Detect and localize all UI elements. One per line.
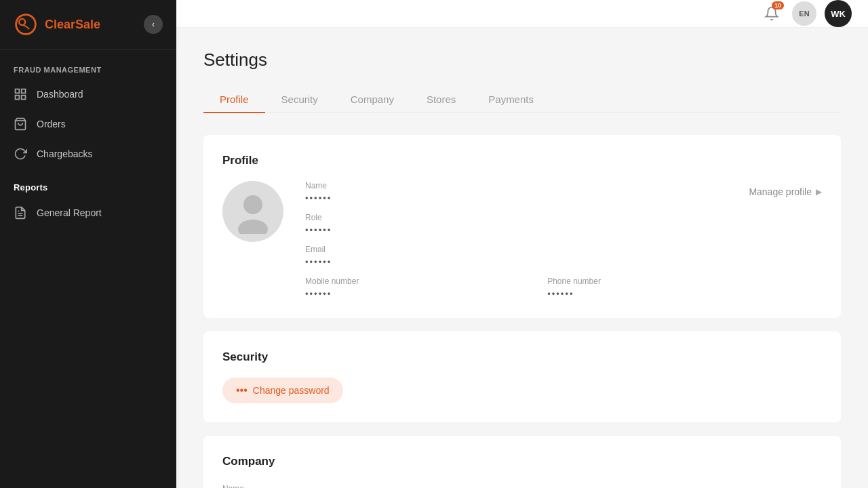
name-value: •••••• [305, 193, 507, 203]
page-content: Settings Profile Security Company Stores… [176, 28, 868, 488]
svg-rect-5 [22, 96, 26, 100]
svg-point-0 [16, 15, 36, 35]
company-fields: Name Veidt's Industries Primary responsi… [222, 482, 736, 488]
profile-section-title: Profile [222, 154, 822, 167]
company-name-label: Name [222, 484, 244, 488]
phone-field: Phone number •••••• [547, 277, 749, 299]
phone-label: Phone number [547, 277, 749, 286]
email-label: Email [305, 245, 507, 254]
settings-tabs: Profile Security Company Stores Payments [203, 87, 841, 113]
sidebar-item-orders[interactable]: Orders [0, 109, 176, 139]
profile-row: Name •••••• Role •••••• Email [222, 181, 822, 299]
change-password-label: Change password [253, 385, 330, 396]
chevron-right-icon: ▶ [816, 187, 822, 197]
svg-point-9 [243, 195, 262, 214]
company-section-title: Company [222, 455, 822, 468]
notifications-button[interactable]: 10 [760, 1, 784, 26]
email-value: •••••• [305, 257, 507, 267]
tab-security[interactable]: Security [265, 87, 334, 113]
change-password-button[interactable]: ••• Change password [222, 378, 343, 403]
sidebar-item-label: Chargebacks [37, 148, 93, 159]
security-section: Security ••• Change password [203, 331, 841, 422]
sidebar-collapse-button[interactable]: ‹ [144, 15, 163, 34]
company-row: Name Veidt's Industries Primary responsi… [222, 482, 822, 488]
mobile-label: Mobile number [305, 277, 507, 286]
mobile-field: Mobile number •••••• [305, 277, 507, 299]
sidebar-item-label: General Report [37, 207, 102, 218]
profile-content: Name •••••• Role •••••• Email [222, 181, 749, 299]
cart-icon [14, 117, 27, 131]
topbar: 10 EN WK [176, 0, 868, 28]
fraud-management-label: Fraud Management [0, 49, 176, 79]
tab-stores[interactable]: Stores [410, 87, 472, 113]
company-manage-links: Manage company ▶ Manage users ▶ [736, 482, 822, 488]
manage-profile-link[interactable]: Manage profile ▶ [749, 186, 822, 197]
name-label: Name [305, 181, 507, 190]
logo: ClearSale [14, 12, 100, 37]
svg-point-1 [19, 19, 25, 25]
sidebar-item-label: Dashboard [37, 89, 83, 100]
svg-rect-4 [16, 96, 20, 100]
name-field: Name •••••• [305, 181, 507, 203]
email-field: Email •••••• [305, 245, 507, 267]
svg-rect-3 [22, 89, 26, 94]
security-section-title: Security [222, 350, 822, 364]
role-value: •••••• [305, 225, 507, 235]
avatar-icon [233, 190, 273, 234]
role-label: Role [305, 213, 507, 222]
profile-section: Profile Name [203, 135, 841, 318]
logo-icon [14, 12, 38, 37]
tab-profile[interactable]: Profile [203, 87, 265, 113]
mobile-value: •••••• [305, 289, 507, 299]
logo-text: ClearSale [45, 18, 100, 32]
profile-avatar [222, 181, 283, 242]
file-icon [14, 206, 27, 220]
sidebar-header: ClearSale ‹ [0, 0, 176, 49]
language-button[interactable]: EN [792, 1, 816, 26]
svg-point-10 [238, 220, 268, 234]
grid-icon [14, 87, 27, 101]
page-title: Settings [203, 49, 841, 70]
sidebar-item-dashboard[interactable]: Dashboard [0, 79, 176, 109]
sidebar-item-label: Orders [37, 119, 66, 129]
svg-rect-2 [16, 89, 20, 94]
reports-section-label: Reports [0, 169, 176, 198]
tab-payments[interactable]: Payments [472, 87, 550, 113]
role-field: Role •••••• [305, 213, 507, 235]
tab-company[interactable]: Company [334, 87, 410, 113]
sidebar-item-chargebacks[interactable]: Chargebacks [0, 139, 176, 169]
main-content: 10 EN WK Settings Profile Security Compa… [176, 0, 868, 488]
refresh-icon [14, 147, 27, 161]
notification-badge: 10 [772, 1, 784, 9]
phone-value: •••••• [547, 289, 749, 299]
sidebar: ClearSale ‹ Fraud Management Dashboard O… [0, 0, 176, 488]
company-section: Company Name Veidt's Industries Primary … [203, 436, 841, 488]
password-dots-icon: ••• [236, 384, 248, 396]
sidebar-item-general-report[interactable]: General Report [0, 198, 176, 228]
user-avatar-button[interactable]: WK [825, 0, 852, 27]
